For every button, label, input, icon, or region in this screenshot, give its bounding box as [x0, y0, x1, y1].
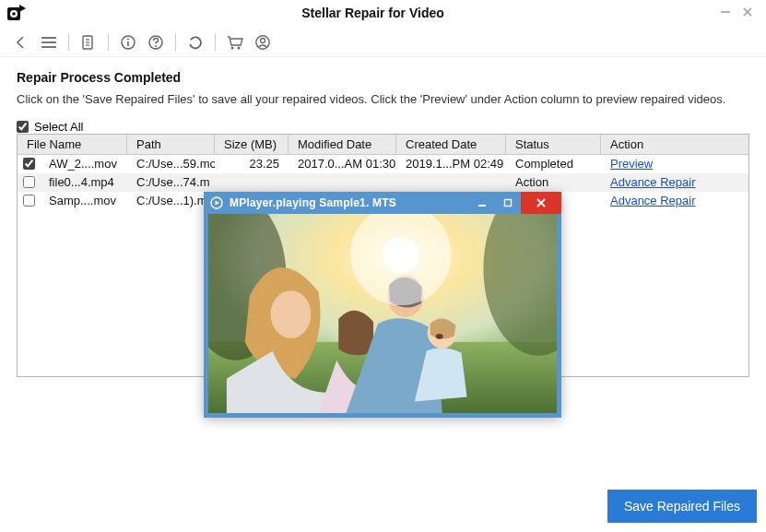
cell-file: file0...4.mp4	[40, 175, 127, 189]
player-video-frame	[208, 214, 557, 413]
col-created[interactable]: Created Date	[396, 135, 506, 154]
table-row[interactable]: file0...4.mp4C:/Use...74.mActionAdvance …	[18, 173, 748, 192]
svg-point-34	[271, 290, 312, 338]
svg-point-2	[12, 12, 16, 16]
select-all-checkbox[interactable]	[17, 121, 29, 133]
save-repaired-button[interactable]: Save Repaired Files	[607, 490, 757, 523]
svg-point-20	[231, 46, 234, 49]
cell-file: Samp....mov	[40, 194, 127, 207]
cell-status: Action	[506, 175, 601, 189]
cell-size: 23.25	[215, 157, 289, 171]
page-heading: Repair Process Completed	[17, 70, 749, 85]
svg-point-15	[127, 38, 129, 40]
close-button[interactable]	[737, 6, 759, 20]
player-icon	[209, 195, 224, 210]
player-maximize[interactable]	[495, 192, 521, 214]
svg-point-38	[436, 334, 443, 339]
action-link[interactable]: Preview	[610, 157, 653, 171]
row-checkbox[interactable]	[23, 195, 35, 207]
cell-modified: 2017.0...AM 01:30	[289, 157, 396, 171]
preview-window[interactable]: MPlayer.playing Sample1. MTS	[204, 192, 561, 418]
svg-point-18	[155, 45, 157, 47]
col-action[interactable]: Action	[601, 135, 748, 154]
select-all-label: Select All	[34, 120, 83, 134]
help-icon[interactable]	[144, 30, 168, 54]
col-status[interactable]: Status	[506, 135, 601, 154]
log-icon[interactable]	[77, 30, 100, 54]
col-size[interactable]: Size (MB)	[215, 135, 289, 154]
svg-marker-3	[19, 5, 26, 12]
cell-path: C:/Use...74.m	[127, 175, 215, 189]
cell-file: AW_2....mov	[40, 157, 127, 171]
cell-created: 2019.1...PM 02:49	[396, 157, 506, 171]
action-link[interactable]: Advance Repair	[610, 194, 696, 207]
select-all[interactable]: Select All	[17, 120, 749, 134]
grid-header: File Name Path Size (MB) Modified Date C…	[18, 135, 748, 155]
row-checkbox[interactable]	[23, 176, 35, 188]
minimize-button[interactable]	[714, 6, 737, 20]
page-description: Click on the 'Save Repaired Files' to sa…	[17, 90, 749, 109]
back-icon[interactable]	[9, 30, 33, 54]
user-icon[interactable]	[251, 30, 275, 54]
svg-point-40	[383, 236, 419, 273]
app-icon	[7, 4, 26, 22]
info-icon[interactable]	[116, 30, 140, 54]
action-link[interactable]: Advance Repair	[610, 175, 696, 189]
cart-icon[interactable]	[223, 30, 247, 54]
col-modified[interactable]: Modified Date	[289, 135, 396, 154]
col-path[interactable]: Path	[127, 135, 215, 154]
player-close[interactable]	[521, 192, 561, 214]
refresh-icon[interactable]	[183, 30, 207, 54]
col-file[interactable]: File Name	[18, 135, 127, 154]
cell-path: C:/Use...1).mc	[127, 194, 215, 207]
svg-point-21	[238, 46, 241, 49]
player-title: MPlayer.playing Sample1. MTS	[230, 196, 469, 209]
player-minimize[interactable]	[469, 192, 495, 214]
row-checkbox[interactable]	[23, 158, 35, 170]
svg-rect-27	[505, 200, 512, 207]
cell-path: C:/Use...59.mov	[127, 157, 215, 171]
svg-point-23	[261, 38, 265, 42]
table-row[interactable]: AW_2....movC:/Use...59.mov23.252017.0...…	[18, 155, 748, 173]
menu-icon[interactable]	[37, 30, 61, 54]
cell-status: Completed	[506, 157, 601, 171]
window-title: Stellar Repair for Video	[31, 6, 714, 20]
svg-marker-25	[216, 201, 220, 206]
